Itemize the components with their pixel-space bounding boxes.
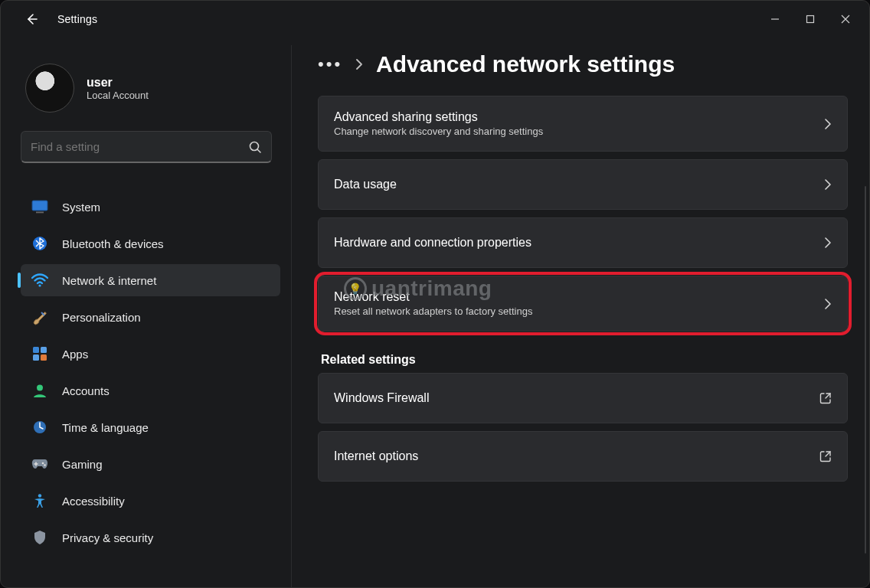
sidebar-item-system[interactable]: System	[21, 191, 280, 223]
nav-list: System Bluetooth & devices Network & int…	[18, 186, 283, 554]
breadcrumb: ••• Advanced network settings	[318, 51, 851, 77]
profile-account-type: Local Account	[87, 90, 149, 101]
chevron-right-icon	[824, 179, 832, 190]
open-external-icon	[819, 392, 832, 404]
svg-rect-0	[807, 16, 814, 23]
profile-block[interactable]: user Local Account	[25, 64, 283, 113]
card-internet-options[interactable]: Internet options	[318, 431, 848, 482]
svg-rect-7	[33, 347, 39, 353]
back-button[interactable]	[16, 4, 47, 34]
svg-rect-10	[41, 354, 47, 361]
sidebar-item-label: Personalization	[62, 311, 141, 324]
svg-rect-9	[33, 354, 39, 361]
svg-point-11	[37, 385, 43, 391]
svg-point-14	[44, 464, 46, 466]
chevron-right-icon	[824, 299, 832, 309]
svg-rect-8	[41, 347, 47, 353]
chevron-right-icon	[355, 59, 364, 70]
card-title: Advanced sharing settings	[334, 110, 824, 124]
wifi-icon	[31, 273, 48, 287]
card-title: Network reset	[334, 290, 824, 304]
related-settings-heading: Related settings	[321, 353, 851, 367]
sidebar-item-accessibility[interactable]: Accessibility	[21, 485, 280, 517]
svg-rect-2	[32, 201, 47, 211]
window-controls	[757, 6, 863, 32]
card-title: Windows Firewall	[334, 391, 819, 405]
paintbrush-icon	[31, 309, 48, 325]
settings-window: Settings user Local Account	[0, 0, 870, 588]
search-box[interactable]	[21, 131, 272, 163]
sidebar-item-privacy[interactable]: Privacy & security	[21, 521, 280, 554]
apps-icon	[31, 346, 48, 361]
monitor-icon	[31, 200, 48, 214]
sidebar-item-personalization[interactable]: Personalization	[21, 301, 280, 333]
close-button[interactable]	[828, 6, 863, 32]
content-area: ••• Advanced network settings Advanced s…	[307, 45, 857, 580]
profile-name: user	[87, 76, 149, 90]
sidebar-item-label: Accounts	[62, 384, 110, 397]
arrow-left-icon	[25, 13, 38, 25]
chevron-right-icon	[824, 237, 832, 248]
svg-point-15	[38, 494, 41, 497]
sidebar-item-label: System	[62, 201, 100, 214]
maximize-icon	[806, 15, 815, 24]
sidebar-item-label: Gaming	[62, 458, 103, 471]
sidebar-item-label: Network & internet	[62, 274, 156, 287]
maximize-button[interactable]	[793, 6, 828, 32]
titlebar: Settings	[1, 1, 869, 38]
sidebar: user Local Account System Bluetooth &	[1, 45, 292, 587]
card-desc: Reset all network adapters to factory se…	[334, 305, 824, 317]
minimize-button[interactable]	[757, 6, 793, 32]
sidebar-item-label: Time & language	[62, 421, 149, 434]
accessibility-icon	[31, 493, 48, 508]
close-icon	[841, 15, 850, 24]
card-advanced-sharing[interactable]: Advanced sharing settings Change network…	[318, 96, 848, 152]
card-windows-firewall[interactable]: Windows Firewall	[318, 373, 848, 423]
sidebar-item-label: Accessibility	[62, 495, 125, 508]
sidebar-item-label: Apps	[62, 348, 88, 361]
sidebar-item-network[interactable]: Network & internet	[21, 264, 280, 296]
gamepad-icon	[31, 458, 48, 470]
chevron-right-icon	[824, 119, 832, 129]
search-icon	[248, 140, 262, 154]
shield-icon	[31, 530, 48, 545]
svg-point-13	[42, 462, 44, 465]
person-icon	[31, 383, 48, 398]
card-title: Hardware and connection properties	[334, 236, 824, 250]
minimize-icon	[770, 15, 780, 24]
svg-point-6	[38, 284, 41, 286]
card-desc: Change network discovery and sharing set…	[334, 126, 824, 137]
card-network-reset[interactable]: Network reset Reset all network adapters…	[318, 276, 848, 332]
sidebar-item-label: Privacy & security	[62, 531, 153, 544]
card-data-usage[interactable]: Data usage	[318, 159, 848, 210]
search-input[interactable]	[31, 140, 248, 153]
breadcrumb-overflow-button[interactable]: •••	[318, 54, 342, 74]
sidebar-scrollbar[interactable]	[865, 186, 866, 554]
open-external-icon	[819, 450, 832, 462]
sidebar-item-label: Bluetooth & devices	[62, 237, 164, 250]
sidebar-item-apps[interactable]: Apps	[21, 338, 280, 370]
page-title: Advanced network settings	[376, 51, 675, 77]
clock-globe-icon	[31, 420, 48, 435]
avatar	[25, 64, 74, 113]
sidebar-item-bluetooth[interactable]: Bluetooth & devices	[21, 227, 280, 260]
app-title: Settings	[57, 13, 97, 25]
card-hardware-properties[interactable]: Hardware and connection properties	[318, 217, 848, 268]
svg-rect-4	[36, 212, 44, 214]
card-title: Internet options	[334, 449, 819, 463]
sidebar-item-time-language[interactable]: Time & language	[21, 411, 280, 443]
card-title: Data usage	[334, 178, 824, 191]
sidebar-item-gaming[interactable]: Gaming	[21, 448, 280, 480]
sidebar-item-accounts[interactable]: Accounts	[21, 374, 280, 407]
bluetooth-icon	[31, 236, 48, 251]
